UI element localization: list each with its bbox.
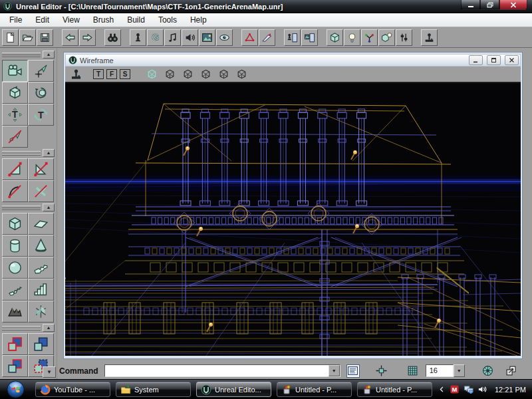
builder-sheet-button[interactable] xyxy=(28,213,54,235)
rebuild-lighting-button[interactable] xyxy=(344,29,360,46)
taskbar-button-0[interactable]: YouTube - ... xyxy=(35,382,110,397)
menu-file[interactable]: File xyxy=(3,14,29,26)
csg-intersect-button[interactable] xyxy=(2,355,28,377)
rebuild-paths-button[interactable] xyxy=(361,29,378,46)
rebuild-geometry-button[interactable] xyxy=(327,29,343,46)
actor-properties-button[interactable] xyxy=(284,29,301,46)
view-dynamic-light-button[interactable] xyxy=(233,68,249,81)
builder-volumetric-button[interactable] xyxy=(28,301,54,323)
taskbar-button-3[interactable]: Untitled - P... xyxy=(277,382,352,397)
view-zones-button[interactable] xyxy=(162,68,178,81)
side-view-button[interactable]: S xyxy=(118,68,132,80)
view-bsp-cuts-button[interactable] xyxy=(198,68,213,81)
builder-linear-stair-button[interactable] xyxy=(28,279,54,301)
view-wireframe-button[interactable] xyxy=(144,68,160,81)
menu-build[interactable]: Build xyxy=(120,14,152,26)
log-window-button[interactable] xyxy=(346,364,360,378)
viewport[interactable] xyxy=(65,83,521,356)
tray-chevron-icon[interactable] xyxy=(438,385,446,394)
builder-terrain-button[interactable] xyxy=(2,301,28,323)
clip-add-button[interactable] xyxy=(2,158,28,180)
brush-rotate-button[interactable] xyxy=(28,82,54,104)
front-view-button[interactable]: F xyxy=(105,68,118,80)
builder-spiral-stair-button[interactable] xyxy=(2,279,28,301)
sound-browser-button[interactable] xyxy=(182,29,198,46)
rebuild-all-button[interactable] xyxy=(378,29,395,46)
builder-terrain-icon xyxy=(7,304,23,319)
maximize-viewport-button[interactable] xyxy=(505,364,518,378)
clock[interactable]: 12:21 PM xyxy=(495,386,526,394)
build-options-button[interactable] xyxy=(396,29,412,46)
new-file-button[interactable] xyxy=(2,29,19,46)
save-button[interactable] xyxy=(37,29,53,46)
taskbar-button-1[interactable]: System xyxy=(116,382,191,397)
builder-cube-button[interactable] xyxy=(2,213,28,235)
group-collapse-button[interactable]: ▲ xyxy=(43,51,55,59)
viewport-minimize-button[interactable] xyxy=(469,55,483,65)
music-browser-button[interactable] xyxy=(164,29,181,46)
shape-editor-button[interactable] xyxy=(241,29,258,46)
builder-curved-stair-button[interactable] xyxy=(28,257,54,279)
brush-clip-tool-button[interactable] xyxy=(259,29,275,46)
play-map-button[interactable] xyxy=(421,29,438,46)
top-view-button[interactable]: T xyxy=(92,68,105,80)
builder-cone-button[interactable] xyxy=(28,235,54,257)
menu-view[interactable]: View xyxy=(56,14,86,26)
wireframe-window-titlebar[interactable]: Wireframe xyxy=(65,54,521,66)
viewport-restore-button[interactable] xyxy=(487,55,501,65)
taskbar-button-4[interactable]: Untitled - P... xyxy=(357,382,432,397)
view-texture-usage-button[interactable] xyxy=(180,68,196,81)
menu-brush[interactable]: Brush xyxy=(86,14,120,26)
viewport-close-button[interactable] xyxy=(505,55,519,65)
messenger-tray-icon[interactable]: M xyxy=(450,384,460,394)
texture-pan-button[interactable]: T xyxy=(2,104,28,126)
rotation-grid-button[interactable] xyxy=(481,364,495,378)
actor-browser-button[interactable] xyxy=(130,29,146,46)
view-textured-button[interactable] xyxy=(215,68,231,81)
command-dropdown-button[interactable]: ▼ xyxy=(329,365,340,376)
rebuild-lighting-icon xyxy=(346,32,358,43)
camera-mode-button[interactable] xyxy=(2,60,28,82)
minimize-button[interactable] xyxy=(461,0,480,10)
close-button[interactable] xyxy=(499,0,527,10)
command-input[interactable] xyxy=(105,365,329,376)
start-button[interactable] xyxy=(6,380,25,399)
grid-size-value[interactable]: 16 xyxy=(426,364,454,377)
group-browser-button[interactable]: G xyxy=(147,29,164,46)
menu-edit[interactable]: Edit xyxy=(29,14,56,26)
texture-browser-button[interactable] xyxy=(199,29,215,46)
csg-subtract-button[interactable] xyxy=(28,333,54,355)
texture-rotate-button[interactable]: T xyxy=(28,104,54,126)
search-button[interactable] xyxy=(104,29,121,46)
surface-properties-button[interactable] xyxy=(301,29,318,46)
clip-delete-button[interactable] xyxy=(28,180,54,202)
builder-sphere-button[interactable] xyxy=(2,257,28,279)
grid-size-dropdown-button[interactable]: ▼ xyxy=(454,364,465,377)
group-collapse-button[interactable]: ▲ xyxy=(43,149,55,157)
group-collapse-button[interactable]: ▲ xyxy=(43,203,55,211)
menu-help[interactable]: Help xyxy=(184,14,213,26)
vertex-snap-button[interactable] xyxy=(375,364,388,378)
undo-button[interactable] xyxy=(62,29,78,46)
group-collapse-button[interactable]: ▲ xyxy=(43,324,55,332)
clip-flip-button[interactable] xyxy=(28,158,54,180)
volume-tray-icon[interactable] xyxy=(477,384,487,394)
csg-add-button[interactable] xyxy=(2,333,28,355)
brush-clip-button[interactable] xyxy=(2,126,28,148)
rebuild-all-icon xyxy=(381,32,392,43)
sidebar-scroll-down-button[interactable]: ▼ xyxy=(43,366,56,378)
clip-apply-button[interactable] xyxy=(2,180,28,202)
taskbar-button-2[interactable]: Unreal Edito... xyxy=(196,382,271,397)
builder-cylinder-button[interactable] xyxy=(2,235,28,257)
grid-toggle-button[interactable] xyxy=(406,364,420,378)
menu-tools[interactable]: Tools xyxy=(152,14,184,26)
vertex-edit-button[interactable] xyxy=(28,60,54,82)
redo-button[interactable] xyxy=(79,29,96,46)
window-title: Unreal Editor - [C:\UnrealTournament\Map… xyxy=(16,3,283,11)
mesh-browser-button[interactable] xyxy=(216,29,233,46)
restore-button[interactable] xyxy=(480,0,499,10)
network-tray-icon[interactable] xyxy=(464,384,473,394)
realtime-preview-joystick-icon[interactable] xyxy=(70,68,82,80)
brush-scale-button[interactable] xyxy=(2,82,28,104)
open-button[interactable] xyxy=(19,29,36,46)
